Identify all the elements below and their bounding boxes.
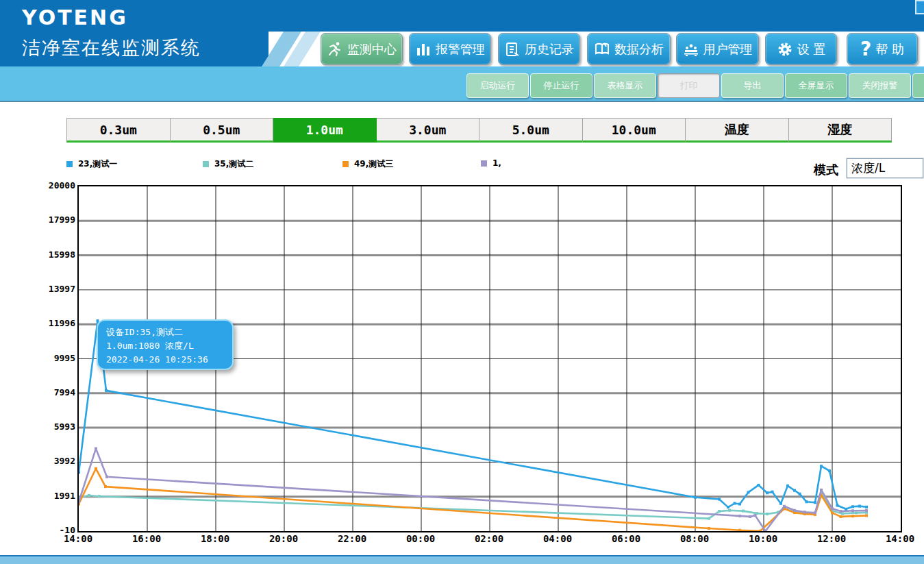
y-axis-tick-label: 11996 bbox=[27, 318, 75, 328]
legend-swatch bbox=[203, 161, 209, 167]
nav-label: 报警管理 bbox=[436, 41, 485, 58]
x-axis-tick-label: 18:00 bbox=[195, 533, 236, 544]
size-tabs: 0.3um 0.5um 1.0um 3.0um 5.0um 10.0um 温度 … bbox=[66, 118, 892, 143]
tab-0.3um[interactable]: 0.3um bbox=[66, 118, 171, 143]
table-view-button[interactable]: 表格显示 bbox=[594, 73, 656, 98]
mode-label: 模式 bbox=[814, 162, 838, 178]
stop-run-button[interactable]: 停止运行 bbox=[530, 73, 592, 98]
nav-history-records[interactable]: 历史记录 bbox=[498, 33, 580, 65]
fullscreen-button[interactable]: 全屏显示 bbox=[785, 73, 847, 98]
nav-label: 帮 助 bbox=[875, 41, 904, 58]
tab-5.0um[interactable]: 5.0um bbox=[479, 118, 583, 143]
y-axis-tick-label: 9995 bbox=[27, 353, 75, 363]
document-icon bbox=[504, 41, 521, 58]
legend-item: 49,测试三 bbox=[342, 158, 393, 170]
book-icon bbox=[594, 41, 610, 58]
runner-icon bbox=[327, 41, 343, 58]
tooltip-device-line: 设备ID:35,测试二 bbox=[106, 326, 232, 339]
question-icon: ? bbox=[860, 41, 871, 58]
tab-humidity[interactable]: 湿度 bbox=[789, 118, 892, 143]
x-axis-tick-label: 20:00 bbox=[263, 533, 304, 544]
nav-label: 数据分析 bbox=[614, 41, 664, 58]
y-axis-tick-label: 13997 bbox=[27, 284, 75, 294]
nav-monitor-center[interactable]: 监测中心 bbox=[321, 33, 403, 65]
nav-label: 用户管理 bbox=[703, 41, 753, 58]
x-axis-tick-label: 22:00 bbox=[332, 533, 373, 544]
app-logo: YOTENG bbox=[22, 5, 128, 29]
bottom-bar bbox=[0, 555, 924, 564]
legend-label: 49,测试三 bbox=[354, 158, 393, 170]
print-button[interactable]: 打印 bbox=[658, 73, 720, 98]
legend-label: 35,测试二 bbox=[214, 158, 253, 170]
toolbar-partial-button[interactable] bbox=[912, 73, 924, 98]
x-axis-tick-label: 06:00 bbox=[605, 533, 647, 544]
x-axis-tick-label: 14:00 bbox=[58, 533, 99, 544]
tab-3.0um[interactable]: 3.0um bbox=[377, 118, 480, 143]
app-window: YOTENG 洁净室在线监测系统 监测中心 报警管理 历史记录 数据分析 用户管… bbox=[0, 0, 924, 564]
y-axis-tick-label: 1991 bbox=[27, 491, 75, 501]
nav-help[interactable]: ? 帮 助 bbox=[847, 33, 918, 65]
toolbar-buttons: 启动运行 停止运行 表格显示 打印 导出 全屏显示 关闭报警 bbox=[466, 73, 924, 98]
legend-item: 1, bbox=[481, 158, 501, 168]
nav-label: 设 置 bbox=[797, 41, 826, 58]
app-subtitle: 洁净室在线监测系统 bbox=[22, 36, 201, 60]
y-axis-tick-label: 7994 bbox=[27, 387, 75, 397]
start-run-button[interactable]: 启动运行 bbox=[466, 73, 529, 98]
y-axis-tick-label: 3992 bbox=[27, 456, 75, 466]
legend-label: 23,测试一 bbox=[78, 158, 117, 170]
tab-10.0um[interactable]: 10.0um bbox=[583, 118, 686, 143]
nav-label: 历史记录 bbox=[525, 41, 574, 58]
legend-swatch bbox=[66, 161, 73, 167]
legend-swatch bbox=[481, 160, 487, 167]
x-axis-tick-label: 08:00 bbox=[674, 533, 715, 544]
y-axis-tick-label: 15998 bbox=[27, 249, 75, 260]
x-axis-tick-label: 16:00 bbox=[126, 533, 167, 544]
tooltip-time-line: 2022-04-26 10:25:36 bbox=[106, 353, 232, 367]
gear-icon bbox=[777, 41, 793, 58]
nav-settings[interactable]: 设 置 bbox=[765, 33, 837, 65]
tab-1.0um[interactable]: 1.0um bbox=[273, 118, 377, 143]
y-axis-tick-label: 17999 bbox=[27, 214, 75, 225]
x-axis-tick-label: 04:00 bbox=[537, 533, 578, 544]
legend-item: 35,测试二 bbox=[203, 158, 253, 170]
x-axis-tick-label: 14:00 bbox=[879, 533, 921, 544]
x-axis-tick-label: 02:00 bbox=[469, 533, 510, 544]
legend-swatch bbox=[342, 161, 349, 167]
tooltip-value-line: 1.0um:1080 浓度/L bbox=[106, 339, 232, 353]
export-button[interactable]: 导出 bbox=[721, 73, 784, 98]
y-axis-tick-label: 5993 bbox=[27, 421, 75, 432]
mode-select[interactable]: 浓度/L bbox=[847, 158, 923, 178]
legend-label: 1, bbox=[492, 158, 501, 168]
users-icon bbox=[683, 41, 699, 58]
chart-tooltip: 设备ID:35,测试二 1.0um:1080 浓度/L 2022-04-26 1… bbox=[97, 319, 234, 370]
nav-data-analysis[interactable]: 数据分析 bbox=[587, 33, 671, 65]
nav-user-management[interactable]: 用户管理 bbox=[676, 33, 759, 65]
tab-0.5um[interactable]: 0.5um bbox=[171, 118, 274, 143]
x-axis-tick-label: 00:00 bbox=[400, 533, 441, 544]
toolbar-separator bbox=[0, 101, 924, 102]
x-axis-tick-label: 12:00 bbox=[811, 533, 852, 544]
tab-temperature[interactable]: 温度 bbox=[686, 118, 789, 143]
top-right-icon[interactable] bbox=[915, 0, 924, 14]
x-axis-tick-label: 10:00 bbox=[742, 533, 784, 544]
nav-alarm-management[interactable]: 报警管理 bbox=[409, 33, 491, 65]
nav-label: 监测中心 bbox=[347, 41, 397, 58]
bar-chart-icon bbox=[415, 41, 432, 58]
legend-item: 23,测试一 bbox=[66, 158, 117, 170]
y-axis-tick-label: 20000 bbox=[27, 180, 75, 191]
logo-block: YOTENG 洁净室在线监测系统 bbox=[0, 0, 269, 66]
close-alarm-button[interactable]: 关闭报警 bbox=[849, 73, 911, 98]
